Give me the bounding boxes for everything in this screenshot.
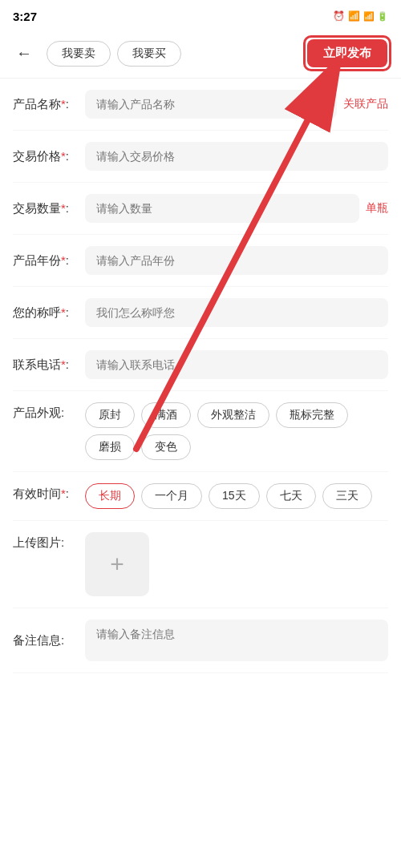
associate-product-link[interactable]: 关联产品: [343, 97, 388, 111]
upload-row: 上传图片: +: [13, 521, 388, 608]
quantity-input-area: 单瓶: [85, 194, 388, 223]
remark-input-area: [85, 620, 388, 661]
tab-buy[interactable]: 我要买: [117, 41, 181, 67]
signal-icon: 📶: [363, 11, 374, 22]
salutation-label: 您的称呼*:: [13, 305, 77, 321]
form: 产品名称*: 关联产品 交易价格*: 交易数量*: 单瓶 产品年份*:: [0, 79, 401, 673]
tag-15tian[interactable]: 15天: [209, 483, 260, 509]
remark-row: 备注信息:: [13, 608, 388, 673]
price-row: 交易价格*:: [13, 131, 388, 183]
upload-label: 上传图片:: [13, 532, 77, 551]
quantity-input[interactable]: [85, 194, 359, 223]
tag-waiguanzhengJie[interactable]: 外观整洁: [197, 402, 269, 428]
product-name-input-area: 关联产品: [85, 90, 388, 119]
quantity-row: 交易数量*: 单瓶: [13, 183, 388, 235]
tab-group: 我要卖 我要买: [47, 41, 295, 67]
upload-area: +: [85, 532, 388, 596]
price-label: 交易价格*:: [13, 149, 77, 164]
phone-input[interactable]: [85, 350, 388, 379]
validity-row: 有效时间*: 长期 一个月 15天 七天 三天: [13, 472, 388, 521]
tag-changqi[interactable]: 长期: [85, 483, 135, 509]
quantity-label: 交易数量*:: [13, 201, 77, 216]
tab-sell[interactable]: 我要卖: [47, 41, 111, 67]
tag-yuanfeng[interactable]: 原封: [85, 402, 135, 428]
phone-row: 联系电话*:: [13, 339, 388, 391]
publish-button[interactable]: 立即发布: [307, 39, 387, 67]
header: ← 我要卖 我要买 立即发布: [0, 29, 401, 79]
salutation-input-area: [85, 298, 388, 327]
status-time: 3:27: [13, 10, 37, 23]
remark-label: 备注信息:: [13, 633, 77, 648]
tag-yigeyue[interactable]: 一个月: [141, 483, 202, 509]
product-name-row: 产品名称*: 关联产品: [13, 79, 388, 131]
remark-input[interactable]: [85, 620, 388, 661]
tag-pinbiaowanzheng[interactable]: 瓶标完整: [276, 402, 348, 428]
salutation-input[interactable]: [85, 298, 388, 327]
year-input-area: [85, 246, 388, 275]
tag-mosun[interactable]: 磨损: [85, 434, 135, 460]
year-input[interactable]: [85, 246, 388, 275]
validity-tags: 长期 一个月 15天 七天 三天: [85, 483, 372, 509]
appearance-tags-area: 原封 满酒 外观整洁 瓶标完整 磨损 变色: [85, 402, 388, 460]
upload-button[interactable]: +: [85, 532, 149, 596]
phone-input-area: [85, 350, 388, 379]
year-label: 产品年份*:: [13, 253, 77, 268]
alarm-icon: ⏰: [333, 10, 345, 22]
unit-text: 单瓶: [366, 201, 388, 216]
status-icons: ⏰ 📶 📶 🔋: [333, 10, 388, 22]
tag-qitian[interactable]: 七天: [266, 483, 316, 509]
back-button[interactable]: ←: [10, 41, 38, 66]
add-icon: +: [110, 551, 124, 578]
tag-manjiu[interactable]: 满酒: [141, 402, 191, 428]
tag-bianse[interactable]: 变色: [141, 434, 191, 460]
price-input-area: [85, 142, 388, 171]
publish-btn-wrapper: 立即发布: [303, 35, 391, 71]
battery-icon: 🔋: [377, 11, 388, 22]
product-name-input[interactable]: [85, 90, 337, 119]
wifi-icon: 📶: [348, 10, 360, 22]
year-row: 产品年份*:: [13, 235, 388, 287]
tag-santian[interactable]: 三天: [322, 483, 372, 509]
salutation-row: 您的称呼*:: [13, 287, 388, 339]
product-name-label: 产品名称*:: [13, 97, 77, 112]
validity-tags-area: 长期 一个月 15天 七天 三天: [85, 483, 388, 509]
price-input[interactable]: [85, 142, 388, 171]
validity-label: 有效时间*:: [13, 483, 77, 502]
appearance-tags: 原封 满酒 外观整洁 瓶标完整 磨损 变色: [85, 402, 388, 460]
status-bar: 3:27 ⏰ 📶 📶 🔋: [0, 0, 401, 29]
appearance-row: 产品外观: 原封 满酒 外观整洁 瓶标完整 磨损 变色: [13, 391, 388, 472]
phone-label: 联系电话*:: [13, 357, 77, 373]
appearance-label: 产品外观:: [13, 402, 77, 421]
